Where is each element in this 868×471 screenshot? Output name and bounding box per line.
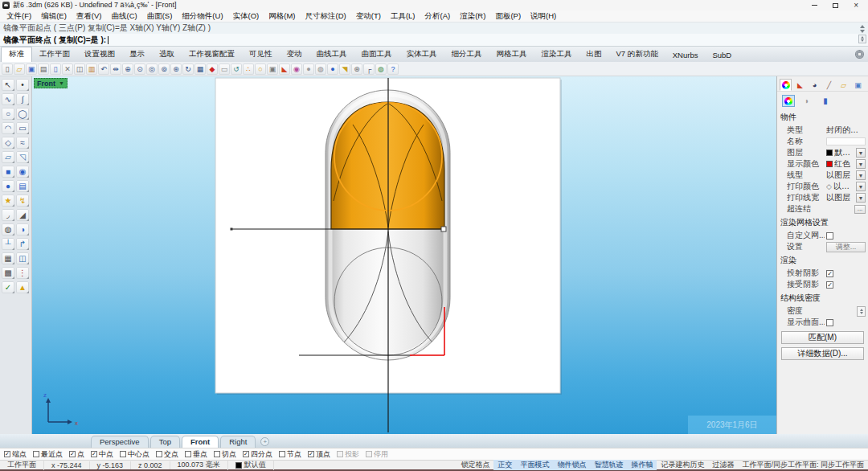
menu-item-8[interactable]: 网格(M) (264, 11, 300, 22)
ellipse-icon[interactable]: ◯ (16, 108, 29, 120)
osnap-checkbox[interactable]: ✓ (308, 451, 314, 457)
spinner-down-icon[interactable] (860, 312, 863, 314)
curve-icon[interactable]: ∿ (2, 93, 14, 105)
help-icon[interactable]: ? (387, 63, 399, 75)
command-expander[interactable] (858, 35, 866, 43)
toggle-操作轴[interactable]: 操作轴 (627, 460, 657, 470)
osnap-点[interactable]: ✓点 (69, 449, 84, 460)
gear-icon[interactable] (856, 51, 863, 58)
zoom-dynamic-icon[interactable]: ⊚ (158, 63, 170, 75)
zoom-selected-icon[interactable]: ⊛ (170, 63, 182, 75)
viewport-tab-right[interactable]: Right (220, 436, 256, 448)
rendered-mode-icon[interactable]: ● (327, 63, 338, 75)
menu-item-15[interactable]: 说明(H) (526, 11, 561, 22)
properties-tab[interactable] (780, 79, 792, 91)
toolbar-tab-工作视窗配置[interactable]: 工作视窗配置 (182, 47, 242, 62)
osnap-checkbox[interactable] (185, 451, 191, 457)
toggle-记录建构历史[interactable]: 记录建构历史 (657, 460, 708, 470)
checkbox[interactable] (826, 319, 833, 326)
command-scroll-controls[interactable] (858, 22, 867, 46)
surface-icon[interactable]: ▱ (2, 151, 14, 163)
expand-up-icon[interactable] (861, 36, 864, 39)
undo-icon[interactable]: ↶ (98, 63, 109, 75)
checkbox[interactable]: ✓ (826, 281, 833, 289)
osnap-checkbox[interactable] (156, 451, 162, 457)
toolbar-tab-可见性[interactable]: 可见性 (242, 47, 280, 62)
extrude-icon[interactable]: ┴ (2, 238, 14, 250)
osnap-checkbox[interactable]: ✓ (4, 451, 10, 457)
files-tab[interactable]: ▱ (837, 79, 850, 91)
menu-item-3[interactable]: 查看(V) (72, 11, 107, 22)
toolbar-tab-显示[interactable]: 显示 (122, 47, 152, 62)
osnap-checkbox[interactable]: ✓ (69, 451, 76, 457)
arc-icon[interactable]: ◠ (2, 122, 14, 134)
image-tab[interactable]: ▣ (852, 79, 864, 91)
viewport-tab-front[interactable]: Front (182, 436, 219, 448)
pyramid-icon[interactable]: ▲ (16, 281, 29, 293)
rectangle-icon[interactable]: ▭ (16, 122, 29, 134)
menu-item-9[interactable]: 尺寸标注(D) (301, 11, 351, 22)
spinner-up-icon[interactable] (860, 309, 863, 311)
render-icon[interactable]: ◆ (207, 63, 218, 75)
density-spinner[interactable] (857, 306, 866, 317)
name-input[interactable] (826, 137, 866, 145)
chevron-down-icon[interactable]: ▼ (59, 80, 64, 86)
fillet-edge-icon[interactable]: ◞ (2, 209, 14, 221)
fillet-icon[interactable]: ★ (2, 195, 14, 207)
menu-item-13[interactable]: 渲染(R) (455, 11, 490, 22)
osnap-中点[interactable]: ✓中点 (91, 449, 113, 460)
options-gear-icon[interactable]: ⊛ (351, 63, 362, 75)
details-button[interactable]: 详细数据(D)... (781, 347, 864, 360)
xray-mode-icon[interactable]: ◍ (315, 63, 326, 75)
check-icon[interactable]: ✓ (2, 281, 14, 293)
control-point-curve-icon[interactable]: ∫ (16, 93, 29, 105)
toolbar-tab-标准[interactable]: 标准 (1, 47, 32, 62)
toolbar-tab-工作平面[interactable]: 工作平面 (32, 47, 77, 62)
status-segment-1[interactable]: 工作平面 (0, 460, 44, 470)
zoom-window-icon[interactable]: ◎ (146, 63, 158, 75)
pan-icon[interactable]: ⇹ (110, 63, 121, 75)
osnap-切点[interactable]: 切点 (214, 449, 236, 460)
osnap-顶点[interactable]: ✓顶点 (308, 449, 330, 460)
toolbar-tab-XNurbs[interactable]: XNurbs (665, 49, 706, 62)
brush-tab[interactable]: ╱ (823, 79, 835, 91)
osnap-投影[interactable]: 投影 (337, 449, 359, 460)
menu-item-1[interactable]: 文件(F) (2, 11, 36, 22)
command-prompt-line[interactable]: 镜像平面终点 ( 复制(C)=是 ): (0, 34, 868, 47)
dropdown-button[interactable]: ▼ (856, 182, 866, 191)
polygon-icon[interactable]: ◇ (2, 137, 14, 149)
toolbar-tab-出图[interactable]: 出图 (579, 47, 609, 62)
point-cloud-icon[interactable]: ∴ (243, 63, 254, 75)
new-viewport-button[interactable]: + (260, 437, 269, 446)
move-view-icon[interactable]: ⊕ (122, 63, 133, 75)
osnap-checkbox[interactable] (279, 451, 285, 457)
helix-icon[interactable]: ≈ (16, 137, 29, 149)
toolbar-tab-选取[interactable]: 选取 (152, 47, 182, 62)
osnap-checkbox[interactable]: ✓ (91, 451, 97, 457)
sphere-icon[interactable]: ◉ (16, 166, 29, 178)
dropdown-button[interactable]: ▼ (856, 193, 866, 203)
menu-item-12[interactable]: 分析(A) (420, 11, 456, 22)
menu-item-10[interactable]: 变动(T) (351, 11, 386, 22)
status-segment-6[interactable]: 默认值 (228, 460, 274, 470)
toolbar-tab-曲线工具[interactable]: 曲线工具 (309, 47, 354, 62)
shaded-mode-icon[interactable]: ● (303, 63, 314, 75)
osnap-checkbox[interactable] (120, 451, 126, 457)
osnap-最近点[interactable]: 最近点 (33, 449, 63, 460)
boolean-difference-icon[interactable]: ◑ (16, 223, 29, 236)
toolbar-tab-渲染工具[interactable]: 渲染工具 (534, 47, 579, 62)
new-file-icon[interactable]: ▯ (2, 63, 13, 75)
menu-item-5[interactable]: 曲面(S) (142, 11, 178, 22)
toggle-工作平面/同步工作平面: 同步工作平面[interactable]: 工作平面/同步工作平面: 同步工作平面 (738, 460, 868, 470)
scroll-up-icon[interactable] (860, 25, 865, 28)
cut-icon[interactable]: ✕ (62, 63, 73, 75)
boolean-union-icon[interactable]: ◍ (2, 223, 14, 236)
expand-down-icon[interactable] (861, 39, 864, 42)
viewport-tab-perspective[interactable]: Perspective (91, 436, 149, 448)
box-icon[interactable]: ■ (2, 166, 14, 178)
undo-view-icon[interactable]: ↺ (231, 63, 242, 75)
lock-icon[interactable]: ▣ (267, 63, 278, 75)
toolbar-tab-设置视图[interactable]: 设置视图 (77, 47, 122, 62)
toggle-正交[interactable]: 正交 (493, 460, 516, 470)
menu-item-6[interactable]: 细分物件(U) (177, 11, 227, 22)
